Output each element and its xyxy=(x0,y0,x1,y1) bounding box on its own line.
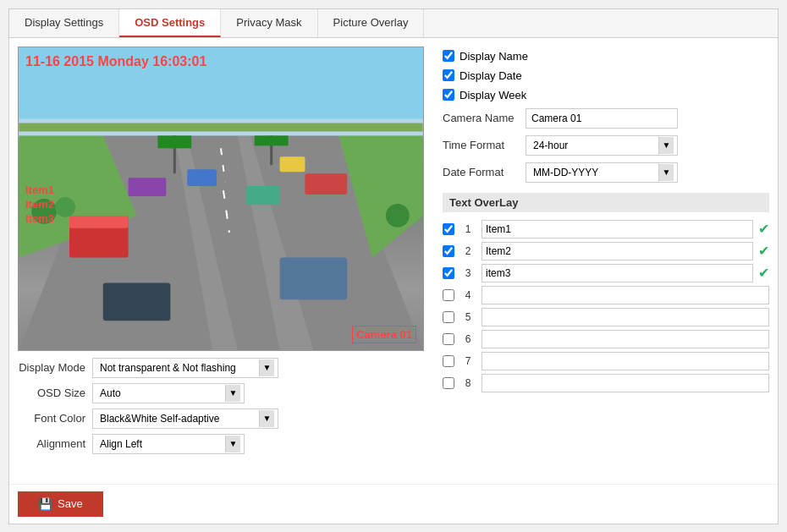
left-panel: 11-16 2015 Monday 16:03:01 Item1 Item2 I… xyxy=(18,47,432,475)
bottom-bar: 💾 Save xyxy=(9,484,778,524)
overlay-num-3: 3 xyxy=(460,267,476,279)
svg-rect-10 xyxy=(280,156,305,172)
overlay-input-4[interactable] xyxy=(482,286,769,304)
overlay-num-7: 7 xyxy=(460,355,476,367)
svg-rect-12 xyxy=(305,173,347,195)
road-scene-svg xyxy=(19,47,423,350)
overlay-table: 1✔2✔3✔45678 xyxy=(443,219,769,393)
overlay-row-5: 5 xyxy=(443,307,769,327)
overlay-input-2[interactable] xyxy=(482,242,753,261)
overlay-row-3: 3✔ xyxy=(443,263,769,283)
osd-size-arrow-icon: ▼ xyxy=(225,385,240,402)
tab-privacy-mask[interactable]: Privacy Mask xyxy=(221,9,317,37)
svg-point-20 xyxy=(55,197,75,217)
save-icon: 💾 xyxy=(38,497,52,511)
display-mode-value: Not transparent & Not flashing xyxy=(96,362,256,374)
svg-rect-23 xyxy=(157,135,191,148)
save-label: Save xyxy=(58,497,83,510)
timestamp-overlay: 11-16 2015 Monday 16:03:01 xyxy=(25,54,206,69)
date-format-value: MM-DD-YYYY xyxy=(530,167,655,178)
alignment-select[interactable]: Align Left ▼ xyxy=(92,434,245,454)
display-date-checkbox[interactable] xyxy=(443,69,454,81)
time-format-label: Time Format xyxy=(443,139,519,151)
display-mode-row: Display Mode Not transparent & Not flash… xyxy=(18,358,432,378)
overlay-checkbox-1[interactable] xyxy=(443,223,454,235)
svg-rect-17 xyxy=(103,282,171,321)
overlay-input-5[interactable] xyxy=(482,308,769,326)
time-format-row: Time Format 24-hour ▼ xyxy=(443,135,769,156)
overlay-num-4: 4 xyxy=(460,289,476,301)
overlay-check-icon-1: ✔ xyxy=(758,221,769,237)
camera-preview: 11-16 2015 Monday 16:03:01 Item1 Item2 I… xyxy=(18,47,424,351)
camera-name-overlay: Camera 01 xyxy=(352,326,416,343)
overlay-checkbox-8[interactable] xyxy=(443,377,454,389)
save-button[interactable]: 💾 Save xyxy=(18,491,103,517)
time-format-value: 24-hour xyxy=(530,140,655,151)
content-area: 11-16 2015 Monday 16:03:01 Item1 Item2 I… xyxy=(9,38,778,484)
display-date-label: Display Date xyxy=(460,69,522,82)
alignment-value: Align Left xyxy=(96,438,222,450)
overlay-checkbox-6[interactable] xyxy=(443,333,454,345)
overlay-row-4: 4 xyxy=(443,285,769,305)
display-mode-arrow-icon: ▼ xyxy=(259,359,274,376)
svg-rect-25 xyxy=(255,135,289,145)
display-week-row: Display Week xyxy=(443,89,769,101)
overlay-num-1: 1 xyxy=(460,223,476,235)
overlay-check-icon-3: ✔ xyxy=(758,265,769,281)
svg-rect-16 xyxy=(69,215,129,228)
date-format-select[interactable]: MM-DD-YYYY ▼ xyxy=(526,162,678,183)
time-format-select[interactable]: 24-hour ▼ xyxy=(526,135,678,156)
svg-rect-18 xyxy=(280,257,348,299)
overlay-checkbox-5[interactable] xyxy=(443,311,454,323)
osd-size-select[interactable]: Auto ▼ xyxy=(92,383,245,403)
alignment-arrow-icon: ▼ xyxy=(225,436,240,452)
display-name-row: Display Name xyxy=(443,50,769,63)
item-label-1: Item1 xyxy=(25,184,54,196)
display-date-row: Display Date xyxy=(443,69,769,82)
date-format-row: Date Format MM-DD-YYYY ▼ xyxy=(443,162,769,183)
overlay-row-6: 6 xyxy=(443,329,769,349)
overlay-checkbox-2[interactable] xyxy=(443,245,454,257)
svg-rect-11 xyxy=(187,169,217,186)
osd-size-value: Auto xyxy=(96,387,222,399)
tab-bar: Display Settings OSD Settings Privacy Ma… xyxy=(9,9,778,38)
font-color-select[interactable]: Black&White Self-adaptive ▼ xyxy=(92,409,278,429)
camera-name-row: Camera Name xyxy=(443,108,769,129)
display-mode-select[interactable]: Not transparent & Not flashing ▼ xyxy=(92,358,278,378)
display-name-checkbox[interactable] xyxy=(443,50,454,62)
item-label-2: Item2 xyxy=(25,198,54,211)
svg-point-21 xyxy=(386,203,410,227)
item-overlays: Item1 Item2 Item3 xyxy=(25,184,54,225)
overlay-row-7: 7 xyxy=(443,351,769,371)
overlay-num-6: 6 xyxy=(460,333,476,345)
overlay-row-2: 2✔ xyxy=(443,241,769,261)
osd-size-label: OSD Size xyxy=(18,387,85,399)
overlay-checkbox-7[interactable] xyxy=(443,355,454,367)
camera-name-input[interactable] xyxy=(526,108,678,129)
tab-display-settings[interactable]: Display Settings xyxy=(9,9,119,37)
display-week-checkbox[interactable] xyxy=(443,89,454,101)
overlay-input-6[interactable] xyxy=(482,330,769,348)
overlay-checkbox-3[interactable] xyxy=(443,267,454,279)
overlay-checkbox-4[interactable] xyxy=(443,289,454,301)
text-overlay-header: Text OverLay xyxy=(443,193,769,212)
font-color-row: Font Color Black&White Self-adaptive ▼ xyxy=(18,409,432,429)
display-name-label: Display Name xyxy=(460,50,528,63)
tab-picture-overlay[interactable]: Picture Overlay xyxy=(318,9,425,37)
overlay-row-8: 8 xyxy=(443,373,769,393)
overlay-num-8: 8 xyxy=(460,377,476,389)
svg-rect-13 xyxy=(129,178,167,196)
display-mode-label: Display Mode xyxy=(18,361,85,374)
overlay-input-7[interactable] xyxy=(482,352,769,370)
font-color-label: Font Color xyxy=(18,412,85,425)
overlay-input-1[interactable] xyxy=(482,220,753,239)
tab-osd-settings[interactable]: OSD Settings xyxy=(119,9,221,37)
overlay-input-3[interactable] xyxy=(482,264,753,282)
alignment-row: Alignment Align Left ▼ xyxy=(18,434,432,454)
overlay-input-8[interactable] xyxy=(482,374,769,392)
alignment-label: Alignment xyxy=(18,437,85,450)
overlay-row-1: 1✔ xyxy=(443,219,769,239)
display-week-label: Display Week xyxy=(460,89,526,101)
overlay-check-icon-2: ✔ xyxy=(758,243,769,259)
time-format-arrow-icon: ▼ xyxy=(658,137,674,154)
